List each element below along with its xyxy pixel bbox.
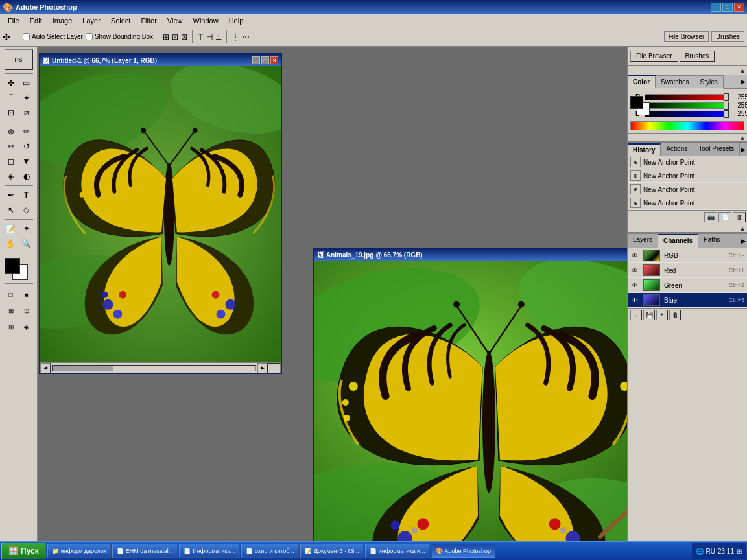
transform-icon-1[interactable]: ⊞: [163, 32, 169, 41]
scroll-right-1[interactable]: ▶: [257, 363, 268, 373]
doc-close-1[interactable]: ✕: [270, 56, 278, 64]
channel-save-btn[interactable]: 💾: [643, 310, 655, 320]
history-snapshot-btn[interactable]: 📷: [704, 212, 717, 222]
file-browser-button[interactable]: File Browser: [664, 31, 709, 42]
tab-channels[interactable]: Channels: [658, 234, 698, 248]
transform-icon-3[interactable]: ⊠: [181, 32, 187, 41]
bounding-box-input[interactable]: [86, 33, 93, 40]
clone-stamp-tool[interactable]: ✂: [4, 139, 18, 154]
dodge-tool[interactable]: ◐: [19, 169, 34, 183]
distribute-icon-1[interactable]: ⋮: [231, 32, 239, 41]
marquee-tool[interactable]: ▭: [19, 76, 34, 90]
channel-blue[interactable]: 👁 Blue Ctrl+3: [628, 293, 747, 308]
history-item-4[interactable]: ⊕ New Anchor Point: [628, 196, 747, 210]
tab-color[interactable]: Color: [628, 75, 656, 89]
history-item-1[interactable]: ⊕ New Anchor Point: [628, 156, 747, 169]
history-new-doc-btn[interactable]: 📄: [718, 212, 731, 222]
eyedropper-tool[interactable]: ✦: [19, 222, 34, 236]
channel-eye-green[interactable]: 👁: [630, 281, 639, 290]
history-item-3[interactable]: ⊕ New Anchor Point: [628, 183, 747, 196]
menu-layer[interactable]: Layer: [77, 16, 106, 26]
menu-select[interactable]: Select: [106, 16, 136, 26]
r-slider[interactable]: [645, 94, 729, 100]
zoom-tool[interactable]: 🔍: [19, 237, 34, 251]
layers-menu-arrow[interactable]: ▶: [741, 238, 746, 244]
brushes-button[interactable]: Brushes: [711, 31, 744, 42]
color-spectrum-bar[interactable]: [630, 121, 744, 130]
blur-tool[interactable]: ◈: [4, 169, 18, 183]
show-bounding-box-checkbox[interactable]: Show Bounding Box: [86, 33, 153, 40]
tab-paths[interactable]: Paths: [698, 234, 726, 248]
slice-tool[interactable]: ⧄: [19, 106, 34, 120]
heal-tool[interactable]: ⊕: [4, 124, 18, 139]
channel-new-btn[interactable]: +: [656, 310, 668, 320]
channel-green[interactable]: 👁 Green Ctrl+2: [628, 278, 747, 293]
quick-mask-off[interactable]: □: [4, 287, 18, 301]
hand-tool[interactable]: ✋: [4, 237, 18, 251]
taskbar-btn-5[interactable]: 📝 Документ3 - Mi...: [300, 544, 364, 558]
eraser-tool[interactable]: ◻: [4, 154, 18, 169]
scroll-track-1[interactable]: [52, 365, 256, 371]
taskbar-btn-2[interactable]: 📄 ЕНМ da masalal...: [112, 544, 178, 558]
tab-history[interactable]: History: [628, 143, 661, 156]
channel-eye-blue[interactable]: 👁: [630, 296, 639, 305]
foreground-color[interactable]: [5, 258, 20, 274]
close-button[interactable]: ✕: [734, 3, 744, 12]
history-divider-arrow[interactable]: ▲: [739, 225, 746, 232]
auto-select-input[interactable]: [23, 33, 30, 40]
align-icon-1[interactable]: ⊤: [197, 32, 204, 41]
channel-eye-red[interactable]: 👁: [630, 266, 639, 275]
fill-tool[interactable]: ▼: [19, 154, 34, 169]
doc-max-1[interactable]: □: [261, 56, 269, 64]
b-slider[interactable]: [645, 111, 729, 117]
tab-tool-presets[interactable]: Tool Presets: [693, 143, 740, 156]
taskbar-btn-6[interactable]: 📄 информатика и...: [365, 544, 430, 558]
align-icon-3[interactable]: ⊥: [215, 32, 222, 41]
channel-delete-btn[interactable]: 🗑: [669, 310, 681, 320]
color-selector[interactable]: [5, 258, 33, 281]
start-button[interactable]: 🪟 Пуск: [1, 542, 46, 559]
transform-icon-2[interactable]: ⊡: [172, 32, 178, 41]
align-icon-2[interactable]: ⊣: [206, 32, 213, 41]
magic-wand-tool[interactable]: ✦: [19, 91, 34, 105]
tab-styles[interactable]: Styles: [694, 75, 723, 89]
doc-canvas-1[interactable]: [40, 66, 281, 362]
brushes-panel-button[interactable]: Brushes: [680, 51, 715, 62]
menu-help[interactable]: Help: [224, 16, 249, 26]
lasso-tool[interactable]: ⌒: [4, 91, 18, 105]
panel-fg-color[interactable]: [630, 96, 643, 109]
tab-actions[interactable]: Actions: [661, 143, 693, 156]
screen-mode[interactable]: ⊞: [4, 303, 18, 318]
history-brush-tool[interactable]: ↺: [19, 139, 34, 154]
text-tool[interactable]: T: [19, 188, 34, 202]
minimize-button[interactable]: _: [711, 3, 721, 12]
auto-select-layer-checkbox[interactable]: Auto Select Layer: [23, 33, 83, 40]
doc-canvas-2[interactable]: [314, 261, 627, 544]
channel-eye-rgb[interactable]: 👁: [630, 251, 639, 260]
notes-tool[interactable]: 📝: [4, 222, 18, 236]
history-delete-btn[interactable]: 🗑: [733, 212, 746, 222]
shape-tool[interactable]: ◇: [19, 203, 34, 217]
brush-tool[interactable]: ✏: [19, 124, 34, 139]
channel-rgb[interactable]: 👁 RGB Ctrl+~: [628, 248, 747, 263]
move-tool[interactable]: ✣: [4, 76, 18, 90]
crop-tool[interactable]: ⊡: [4, 106, 18, 120]
g-slider[interactable]: [645, 102, 729, 109]
menu-filter[interactable]: Filter: [136, 16, 161, 26]
menu-edit[interactable]: Edit: [25, 16, 47, 26]
taskbar-btn-photoshop[interactable]: 🎨 Adobe Photoshop: [431, 544, 496, 558]
pen-tool[interactable]: ✒: [4, 188, 18, 202]
path-select-tool[interactable]: ↖: [4, 203, 18, 217]
channel-mode-btn[interactable]: ○: [630, 310, 642, 320]
menu-image[interactable]: Image: [47, 16, 78, 26]
tab-swatches[interactable]: Swatches: [656, 75, 694, 89]
scroll-left-1[interactable]: ◀: [40, 363, 51, 373]
doc-min-1[interactable]: _: [252, 56, 260, 64]
menu-file[interactable]: File: [3, 16, 25, 26]
panel-menu-arrow[interactable]: ▶: [741, 78, 746, 85]
btn-extra-1[interactable]: ⊞: [4, 320, 18, 334]
channel-red[interactable]: 👁 Red Ctrl+1: [628, 263, 747, 278]
taskbar-btn-3[interactable]: 📄 Информатика...: [179, 544, 240, 558]
quick-mask-on[interactable]: ■: [19, 287, 34, 301]
menu-view[interactable]: View: [162, 16, 188, 26]
